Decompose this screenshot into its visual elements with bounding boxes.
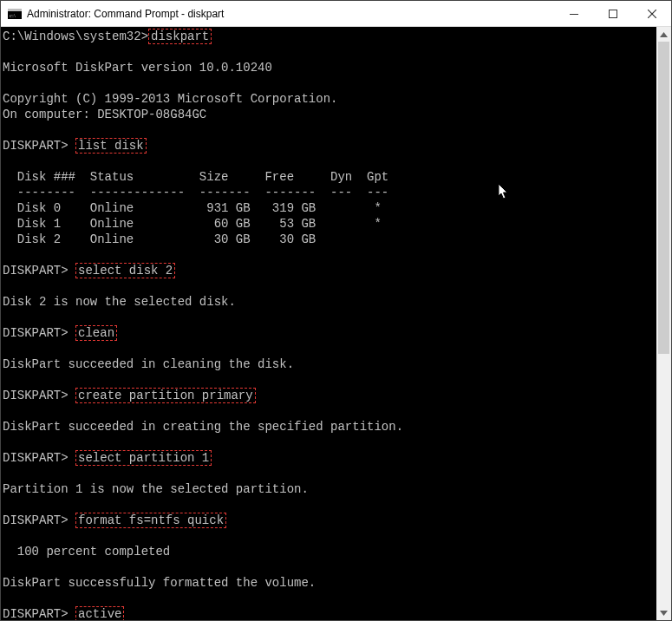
line-version: Microsoft DiskPart version 10.0.10240 xyxy=(3,61,272,75)
msg-clean: DiskPart succeeded in cleaning the disk. xyxy=(3,357,294,371)
cmd-select-partition: select partition 1 xyxy=(75,450,212,466)
prompt-dp: DISKPART> xyxy=(3,513,69,527)
scroll-track[interactable] xyxy=(656,42,671,605)
scroll-up-arrow-icon[interactable] xyxy=(656,27,671,42)
svg-rect-1 xyxy=(8,9,22,11)
cmd-format: format fs=ntfs quick xyxy=(75,513,226,528)
line-copyright: Copyright (C) 1999-2013 Microsoft Corpor… xyxy=(3,92,337,106)
prompt-dp: DISKPART> xyxy=(3,607,69,620)
svg-text:c:\: c:\ xyxy=(10,12,16,19)
title-buttons xyxy=(554,1,671,26)
scroll-thumb[interactable] xyxy=(658,42,669,354)
prompt-dp: DISKPART> xyxy=(3,389,69,402)
disk-row-0: Disk 0 Online 931 GB 319 GB * xyxy=(3,201,382,215)
cmd-select-disk: select disk 2 xyxy=(75,263,175,278)
maximize-button[interactable] xyxy=(593,1,632,26)
line-computer: On computer: DESKTOP-08G84GC xyxy=(3,108,206,121)
cmd-create-partition: create partition primary xyxy=(75,388,256,403)
title-left: c:\ Administrator: Command Prompt - disk… xyxy=(8,7,224,21)
vertical-scrollbar[interactable] xyxy=(656,27,671,620)
close-button[interactable] xyxy=(632,1,671,26)
msg-select-partition: Partition 1 is now the selected partitio… xyxy=(3,482,309,496)
cmd-active: active xyxy=(75,606,124,620)
window-title: Administrator: Command Prompt - diskpart xyxy=(27,8,224,20)
prompt-dp: DISKPART> xyxy=(3,139,69,153)
prompt-dp: DISKPART> xyxy=(3,451,69,465)
svg-rect-4 xyxy=(609,10,617,17)
cmd-list-disk: list disk xyxy=(75,138,147,154)
cmd-clean: clean xyxy=(75,325,117,341)
scroll-down-arrow-icon[interactable] xyxy=(656,605,671,620)
minimize-button[interactable] xyxy=(554,1,593,26)
disk-row-2: Disk 2 Online 30 GB 30 GB xyxy=(3,232,316,246)
terminal-output[interactable]: C:\Windows\system32>diskpart Microsoft D… xyxy=(1,27,656,620)
svg-rect-3 xyxy=(570,14,578,15)
svg-line-5 xyxy=(648,10,656,18)
disk-table-header: Disk ### Status Size Free Dyn Gpt xyxy=(3,170,388,184)
msg-format: DiskPart successfully formatted the volu… xyxy=(3,576,316,590)
prompt-dp: DISKPART> xyxy=(3,264,69,278)
prompt-sys: C:\Windows\system32> xyxy=(3,29,148,43)
cmd-diskpart: diskpart xyxy=(148,29,212,44)
titlebar[interactable]: c:\ Administrator: Command Prompt - disk… xyxy=(1,1,671,27)
msg-selected-disk: Disk 2 is now the selected disk. xyxy=(3,295,236,309)
prompt-dp: DISKPART> xyxy=(3,326,69,340)
msg-create: DiskPart succeeded in creating the speci… xyxy=(3,420,403,434)
msg-progress: 100 percent completed xyxy=(3,545,170,559)
disk-row-1: Disk 1 Online 60 GB 53 GB * xyxy=(3,217,382,231)
content-area: C:\Windows\system32>diskpart Microsoft D… xyxy=(1,27,671,620)
command-prompt-window: c:\ Administrator: Command Prompt - disk… xyxy=(0,0,672,621)
disk-table-sep: -------- ------------- ------- ------- -… xyxy=(3,186,388,199)
cmd-icon: c:\ xyxy=(8,7,22,21)
svg-line-6 xyxy=(648,10,656,18)
